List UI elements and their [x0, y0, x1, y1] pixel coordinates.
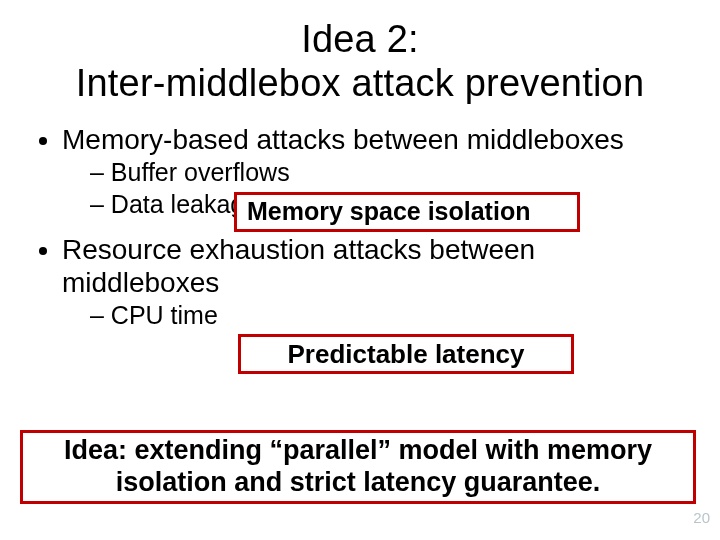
- title-line-2: Inter-middlebox attack prevention: [76, 62, 644, 104]
- slide: Idea 2: Inter-middlebox attack preventio…: [0, 0, 720, 540]
- callout-latency-text: Predictable latency: [288, 339, 525, 369]
- slide-title: Idea 2: Inter-middlebox attack preventio…: [34, 18, 686, 105]
- bullet-1-text: Memory-based attacks between middleboxes: [62, 124, 624, 155]
- bullet-2-sublist: – CPU time: [90, 301, 686, 331]
- page-number: 20: [693, 509, 710, 526]
- idea-box: Idea: extending “parallel” model with me…: [20, 430, 696, 504]
- callout-memory-isolation: Memory space isolation: [234, 192, 580, 232]
- callout-predictable-latency: Predictable latency: [238, 334, 574, 374]
- title-line-1: Idea 2:: [301, 18, 419, 60]
- bullet-2-sub-1: – CPU time: [90, 301, 686, 331]
- bullet-2-text: Resource exhaustion attacks between midd…: [62, 234, 535, 298]
- callout-memory-text: Memory space isolation: [247, 197, 530, 225]
- idea-text: Idea: extending “parallel” model with me…: [64, 435, 652, 497]
- bullet-1-sub-1: – Buffer overflows: [90, 158, 686, 188]
- bullet-2: Resource exhaustion attacks between midd…: [62, 233, 686, 331]
